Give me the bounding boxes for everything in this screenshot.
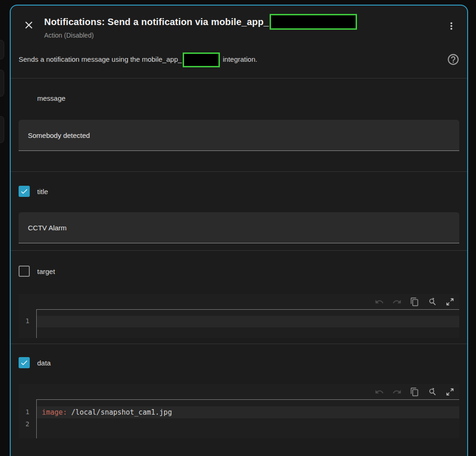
- editor-toolbar: [19, 384, 459, 399]
- action-description: Sends a notification message using the m…: [19, 51, 447, 68]
- message-field-label: message: [37, 94, 459, 102]
- dialog-subtitle: Action (Disabled): [44, 32, 446, 39]
- find-replace-icon[interactable]: [428, 297, 437, 306]
- action-config-dialog: Notifications: Send a notification via m…: [10, 5, 468, 456]
- data-code-editor: 1 2 image:/local/snapshot_cam1.jpg: [19, 384, 459, 438]
- message-input-value: Somebody detected: [28, 131, 90, 139]
- undo-icon[interactable]: [375, 297, 384, 306]
- copy-icon[interactable]: [410, 387, 419, 397]
- line-number: 2: [19, 418, 36, 430]
- message-input[interactable]: Somebody detected: [19, 120, 459, 151]
- line-number-gutter: 1: [19, 309, 37, 338]
- code-line: image:/local/snapshot_cam1.jpg: [37, 406, 459, 418]
- data-field-section: data: [11, 357, 467, 438]
- undo-icon[interactable]: [375, 387, 384, 397]
- target-checkbox[interactable]: [19, 266, 30, 277]
- title-field-label: title: [37, 188, 48, 195]
- target-field-section: target: [11, 266, 467, 338]
- title-input-value: CCTV Alarm: [28, 224, 66, 232]
- more-options-icon[interactable]: [446, 20, 457, 32]
- target-code-editor: 1: [19, 294, 459, 338]
- title-checkbox[interactable]: [19, 186, 30, 197]
- section-divider: [11, 78, 467, 78]
- line-number-gutter: 1 2: [19, 399, 37, 438]
- data-checkbox[interactable]: [19, 357, 30, 368]
- line-number: 1: [19, 406, 36, 418]
- dialog-title: Notifications: Send a notification via m…: [44, 17, 269, 27]
- redacted-device-name: [270, 14, 357, 30]
- data-code-area[interactable]: image:/local/snapshot_cam1.jpg: [37, 399, 459, 438]
- target-field-label: target: [37, 267, 55, 275]
- description-prefix: Sends a notification message using the m…: [19, 55, 182, 63]
- redo-icon[interactable]: [392, 387, 402, 397]
- editor-toolbar: [19, 294, 459, 309]
- description-suffix: integration.: [221, 55, 257, 63]
- help-icon[interactable]: [447, 53, 460, 66]
- yaml-key: image:: [42, 408, 67, 417]
- line-number: 1: [19, 315, 36, 327]
- editor-body: 1 2 image:/local/snapshot_cam1.jpg: [19, 399, 459, 438]
- expand-icon[interactable]: [445, 297, 455, 306]
- redo-icon[interactable]: [392, 297, 402, 306]
- title-input[interactable]: CCTV Alarm: [19, 212, 459, 243]
- section-divider: [11, 344, 467, 344]
- section-divider: [11, 250, 467, 251]
- target-code-area[interactable]: [37, 309, 459, 338]
- expand-icon[interactable]: [445, 387, 455, 397]
- data-field-label: data: [37, 359, 51, 367]
- dialog-title-block: Notifications: Send a notification via m…: [44, 13, 446, 39]
- action-description-row: Sends a notification message using the m…: [11, 51, 467, 68]
- dialog-header: Notifications: Send a notification via m…: [11, 6, 467, 39]
- find-replace-icon[interactable]: [428, 387, 437, 397]
- yaml-value: /local/snapshot_cam1.jpg: [71, 408, 172, 417]
- message-field-section: message Somebody detected: [11, 94, 467, 151]
- code-line: [37, 316, 459, 327]
- redacted-integration-name: [183, 52, 220, 67]
- close-icon[interactable]: [23, 19, 35, 31]
- background-card-edge: [0, 116, 4, 143]
- code-line: [37, 418, 459, 430]
- background-card-edge: [0, 40, 4, 59]
- editor-body: 1: [19, 309, 459, 338]
- background-card-edge: [0, 70, 4, 97]
- title-field-section: title CCTV Alarm: [11, 186, 467, 243]
- copy-icon[interactable]: [410, 297, 419, 306]
- section-divider: [11, 171, 467, 172]
